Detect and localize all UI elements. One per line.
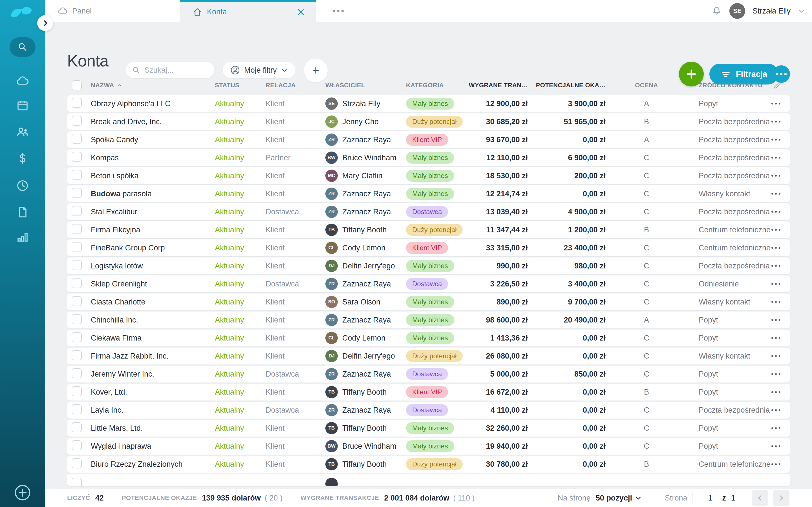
row-checkbox[interactable] xyxy=(71,422,82,432)
account-name-link[interactable]: Sklep Greenlight xyxy=(91,280,215,288)
row-menu-button[interactable] xyxy=(771,301,780,303)
account-name-link[interactable]: Firma Jazz Rabbit, Inc. xyxy=(91,352,215,360)
row-menu-button[interactable] xyxy=(771,373,780,375)
row-checkbox[interactable] xyxy=(71,170,82,180)
row-checkbox[interactable] xyxy=(71,296,82,306)
row-menu-button[interactable] xyxy=(771,121,780,122)
row-menu-button[interactable] xyxy=(771,193,780,194)
row-menu-button[interactable] xyxy=(771,229,780,231)
row-checkbox[interactable] xyxy=(71,98,82,108)
sidebar-item-calendar[interactable] xyxy=(0,98,45,114)
row-menu-button[interactable] xyxy=(771,139,780,140)
sidebar-item-contacts[interactable] xyxy=(0,124,45,140)
account-name-link[interactable]: Little Mars, Ltd. xyxy=(91,424,215,433)
search-box[interactable] xyxy=(126,62,214,78)
row-menu-button[interactable] xyxy=(771,103,780,105)
sidebar-add-button[interactable] xyxy=(13,484,32,502)
column-header-status[interactable]: STATUS xyxy=(215,82,266,89)
account-name-link[interactable]: Layla Inc. xyxy=(91,406,215,414)
sidebar-expand-button[interactable] xyxy=(37,15,53,31)
account-name-link[interactable]: Spółka Candy xyxy=(91,135,215,144)
close-icon[interactable] xyxy=(296,7,306,17)
prev-page-button[interactable] xyxy=(752,490,768,506)
column-header-name[interactable]: NAZWA xyxy=(91,82,215,89)
account-name-link[interactable]: Wygląd i naprawa xyxy=(91,442,215,451)
row-menu-button[interactable] xyxy=(771,283,780,285)
column-header-potential[interactable]: POTENCJALNE OKA… xyxy=(528,82,606,89)
row-checkbox[interactable] xyxy=(71,206,82,216)
column-header-relation[interactable]: RELACJA xyxy=(266,82,325,89)
row-menu-button[interactable] xyxy=(771,247,780,249)
row-checkbox[interactable] xyxy=(71,386,82,396)
row-menu-button[interactable] xyxy=(771,265,780,267)
row-menu-button[interactable] xyxy=(771,427,780,429)
account-name-link[interactable]: Firma Fikcyjna xyxy=(91,226,215,234)
row-menu-button[interactable] xyxy=(771,337,780,339)
account-name-link[interactable]: FineBank Group Corp xyxy=(91,244,215,252)
account-name-link[interactable]: Obrazy Alphonse'a LLC xyxy=(91,100,215,108)
column-header-rating[interactable]: OCENA xyxy=(606,82,688,89)
row-checkbox[interactable] xyxy=(71,314,82,324)
row-checkbox[interactable] xyxy=(71,260,82,270)
row-menu-button[interactable] xyxy=(771,409,780,411)
row-menu-button[interactable] xyxy=(771,391,780,393)
row-checkbox[interactable] xyxy=(71,134,82,144)
row-menu-button[interactable] xyxy=(771,445,780,447)
my-filters-button[interactable]: Moje filtry xyxy=(223,62,296,78)
sidebar-search-button[interactable] xyxy=(10,37,36,57)
account-name-link[interactable]: Beton i spółka xyxy=(91,172,215,180)
won-count: ( 110 ) xyxy=(453,494,475,503)
account-name-link[interactable]: Ciasta Charlotte xyxy=(91,298,215,306)
avatar[interactable]: SE xyxy=(729,3,745,19)
account-name-link[interactable]: Budowa parasola xyxy=(91,189,215,198)
row-checkbox[interactable] xyxy=(71,116,82,126)
user-menu[interactable]: SE Strzała Elly xyxy=(711,0,805,22)
sidebar-item-reports[interactable] xyxy=(0,229,45,245)
account-name-link[interactable]: Break and Drive, Inc. xyxy=(91,117,215,126)
row-menu-button[interactable] xyxy=(771,157,780,159)
bell-icon[interactable] xyxy=(711,6,722,16)
page-number-input[interactable] xyxy=(692,491,717,505)
row-menu-button[interactable] xyxy=(771,463,780,465)
account-name-link[interactable]: Jeremy Winter Inc. xyxy=(91,370,215,379)
row-checkbox[interactable] xyxy=(71,188,82,198)
column-header-owner[interactable]: WŁAŚCICIEL xyxy=(325,82,406,89)
tab-panel[interactable]: Panel xyxy=(45,0,180,22)
column-header-source[interactable]: ŹRÓDŁO KONTAKTU xyxy=(688,82,766,89)
row-checkbox[interactable] xyxy=(71,458,82,468)
row-checkbox[interactable] xyxy=(71,368,82,378)
search-input[interactable] xyxy=(144,66,201,75)
account-name-link[interactable]: Chinchilla Inc. xyxy=(91,316,215,325)
tab-konta[interactable]: Konta xyxy=(180,0,316,22)
sidebar-item-finance[interactable] xyxy=(0,151,45,166)
tabs-more-button[interactable] xyxy=(327,0,350,22)
column-header-won[interactable]: WYGRANE TRAN… xyxy=(469,82,528,89)
row-menu-button[interactable] xyxy=(771,175,780,177)
column-header-category[interactable]: KATEGORIA xyxy=(406,82,469,89)
row-checkbox[interactable] xyxy=(71,404,82,414)
rating-value: C xyxy=(606,424,688,433)
row-checkbox[interactable] xyxy=(71,278,82,288)
account-name-link[interactable]: Kover, Ltd. xyxy=(91,388,215,397)
sidebar-item-documents[interactable] xyxy=(0,204,45,220)
account-name-link[interactable]: Kompas xyxy=(91,154,215,162)
sidebar-item-history[interactable] xyxy=(0,178,45,193)
per-page-select[interactable]: 50 pozycji xyxy=(596,494,642,503)
row-checkbox[interactable] xyxy=(71,332,82,342)
select-all-checkbox[interactable] xyxy=(71,80,82,91)
row-menu-button[interactable] xyxy=(771,319,780,321)
account-name-link[interactable]: Biuro Rzeczy Znalezionych xyxy=(91,460,215,469)
sidebar-item-dashboard[interactable] xyxy=(0,73,45,89)
next-page-button[interactable] xyxy=(773,490,790,506)
account-name-link[interactable]: Stal Excalibur xyxy=(91,208,215,216)
row-checkbox[interactable] xyxy=(71,152,82,162)
row-checkbox[interactable] xyxy=(71,242,82,252)
row-checkbox[interactable] xyxy=(71,224,82,234)
row-menu-button[interactable] xyxy=(771,355,780,357)
row-checkbox[interactable] xyxy=(71,440,82,450)
account-name-link[interactable]: Ciekawa Firma xyxy=(91,334,215,342)
row-checkbox[interactable] xyxy=(71,350,82,360)
account-name-link[interactable]: Logistyka lotów xyxy=(91,262,215,270)
edit-columns-icon[interactable] xyxy=(773,81,781,90)
row-menu-button[interactable] xyxy=(771,211,780,213)
